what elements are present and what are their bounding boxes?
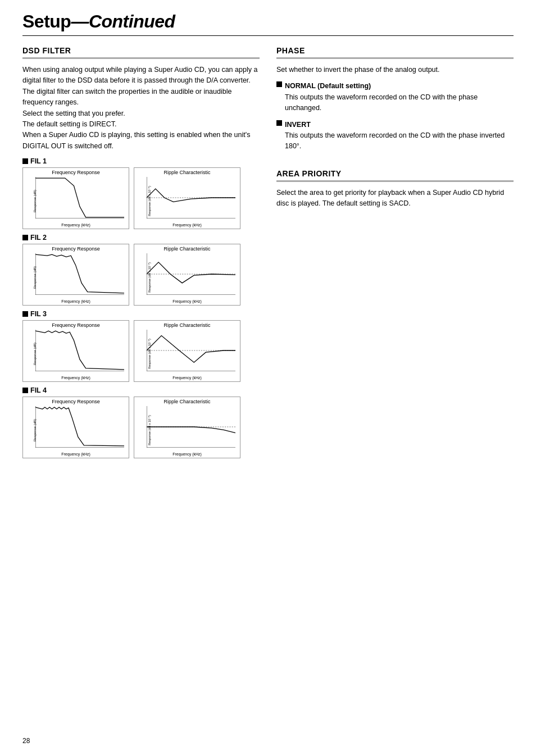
fil3-ripple-xlabel: Frequency (kHz) <box>134 376 240 380</box>
dsd-para-1: When using analog output while playing a… <box>22 65 260 152</box>
fil2-freq-xlabel: Frequency (kHz) <box>23 299 129 303</box>
main-content: DSD FILTER When using analog output whil… <box>22 46 514 463</box>
phase-title: PHASE <box>276 46 514 59</box>
area-priority-title: AREA PRIORITY <box>276 169 514 182</box>
fil4-freq-xlabel: Frequency (kHz) <box>23 452 129 456</box>
title-continued: —Continued <box>71 11 175 31</box>
title-setup: Setup <box>22 11 71 31</box>
fil4-text: FIL 4 <box>30 386 47 394</box>
fil4-bullet <box>22 388 28 393</box>
phase-invert-content: INVERT This outputs the waveform recorde… <box>285 120 514 152</box>
fil4-label: FIL 4 <box>22 386 260 394</box>
fil3-ripple-title: Ripple Characteristic <box>134 322 240 328</box>
fil2-ripple-chart: Ripple Characteristic Response (dB x 10⁻… <box>134 244 240 306</box>
fil1-ripple-chart: Ripple Characteristic Response (dB x 10⁻… <box>134 167 240 229</box>
area-priority-body: Select the area to get priority for play… <box>276 188 514 210</box>
phase-normal-desc: This outputs the waveform recorded on th… <box>285 93 478 112</box>
dsd-filter-section: DSD FILTER When using analog output whil… <box>22 46 260 463</box>
fil1-freq-title: Frequency Response <box>23 170 129 175</box>
fil3-bullet <box>22 311 28 317</box>
fil1-bullet <box>22 158 28 164</box>
fil2-label: FIL 2 <box>22 234 260 242</box>
fil3-freq-chart: Frequency Response Response (dB) Frequen… <box>22 320 129 382</box>
page-title: Setup—Continued <box>22 11 514 32</box>
phase-normal: NORMAL (Default setting) This outputs th… <box>276 81 514 113</box>
fil3-freq-svg: 0 20 40 60 80 -100 0 100 200 <box>35 330 124 371</box>
phase-invert-desc: This outputs the waveform recorded on th… <box>285 131 505 150</box>
fil4-ripple-inner: 15 10 5 0 -5 -10 -15 0 10 20 <box>147 406 235 448</box>
phase-invert-bullet <box>276 120 282 126</box>
fil2-ripple-xlabel: Frequency (kHz) <box>134 299 240 303</box>
fil4-freq-title: Frequency Response <box>23 399 129 404</box>
fil3-label: FIL 3 <box>22 310 260 318</box>
fil1-text: FIL 1 <box>30 157 47 165</box>
fil3-freq-inner: 0 20 40 60 80 -100 0 100 200 <box>35 330 124 371</box>
fil4-ripple-xlabel: Frequency (kHz) <box>134 452 240 456</box>
fil3-ripple-svg: 15 10 5 0 -5 -10 -15 0 10 20 <box>147 330 235 371</box>
fil1-ripple-title: Ripple Characteristic <box>134 170 240 175</box>
fil2-freq-svg: 0 20 40 60 80 -100 0 100 200 <box>35 253 124 295</box>
fil1-ripple-inner: 15 10 5 0 -5 -10 -15 0 10 20 <box>147 177 235 218</box>
fil3-ripple-inner: 15 10 5 0 -5 -10 -15 0 10 20 <box>147 330 235 371</box>
page-header: Setup—Continued <box>22 11 514 36</box>
fil1-freq-chart: Frequency Response Response (dB) Frequen… <box>22 167 129 229</box>
fil1-label: FIL 1 <box>22 157 260 165</box>
fil2-text: FIL 2 <box>30 234 47 242</box>
fil1-freq-inner: 0 20 40 60 80 -100 0 100 200 <box>35 177 124 218</box>
phase-normal-label: NORMAL (Default setting) <box>285 82 371 90</box>
fil4-freq-chart: Frequency Response Response (dB) Frequen… <box>22 397 129 458</box>
fil2-freq-title: Frequency Response <box>23 246 129 252</box>
area-priority-section: AREA PRIORITY Select the area to get pri… <box>276 169 514 210</box>
fil1-ripple-svg: 15 10 5 0 -5 -10 -15 0 10 20 <box>147 177 235 218</box>
fil1-freq-svg: 0 20 40 60 80 -100 0 100 200 <box>35 177 124 218</box>
phase-intro: Set whether to invert the phase of the a… <box>276 65 514 75</box>
fil1-ripple-xlabel: Frequency (kHz) <box>134 223 240 227</box>
dsd-filter-body: When using analog output while playing a… <box>22 65 260 152</box>
fil2-charts: Frequency Response Response (dB) Frequen… <box>22 244 260 306</box>
dsd-filter-title: DSD FILTER <box>22 46 260 59</box>
fil1-charts: Frequency Response Response (dB) Frequen… <box>22 167 260 229</box>
phase-normal-bullet <box>276 81 282 87</box>
fil1-freq-xlabel: Frequency (kHz) <box>23 223 129 227</box>
fil4-charts: Frequency Response Response (dB) Frequen… <box>22 397 260 458</box>
phase-invert-label: INVERT <box>285 121 311 129</box>
phase-invert: INVERT This outputs the waveform recorde… <box>276 120 514 152</box>
fil4-freq-inner: 0 20 40 60 80 -100 0 100 200 <box>35 406 124 448</box>
phase-section: PHASE Set whether to invert the phase of… <box>276 46 514 152</box>
fil4-ripple-chart: Ripple Characteristic Response (dB x 10⁻… <box>134 397 240 458</box>
fil4-ripple-title: Ripple Characteristic <box>134 399 240 404</box>
fil2-ripple-svg: 15 10 5 0 -5 -10 -15 0 10 20 <box>147 253 235 295</box>
fil3-ripple-chart: Ripple Characteristic Response (dB x 10⁻… <box>134 320 240 382</box>
fil3-freq-title: Frequency Response <box>23 322 129 328</box>
fil2-freq-chart: Frequency Response Response (dB) Frequen… <box>22 244 129 306</box>
fil2-ripple-title: Ripple Characteristic <box>134 246 240 252</box>
fil3-freq-xlabel: Frequency (kHz) <box>23 376 129 380</box>
page-number: 28 <box>22 737 30 745</box>
phase-normal-content: NORMAL (Default setting) This outputs th… <box>285 81 514 113</box>
fil2-bullet <box>22 235 28 240</box>
fil2-freq-inner: 0 20 40 60 80 -100 0 100 200 <box>35 253 124 295</box>
fil4-freq-svg: 0 20 40 60 80 -100 0 100 200 <box>35 406 124 448</box>
fil4-ripple-svg: 15 10 5 0 -5 -10 -15 0 10 20 <box>147 406 235 448</box>
right-column: PHASE Set whether to invert the phase of… <box>276 46 514 463</box>
fil2-ripple-inner: 15 10 5 0 -5 -10 -15 0 10 20 <box>147 253 235 295</box>
fil3-charts: Frequency Response Response (dB) Frequen… <box>22 320 260 382</box>
fil3-text: FIL 3 <box>30 310 47 318</box>
